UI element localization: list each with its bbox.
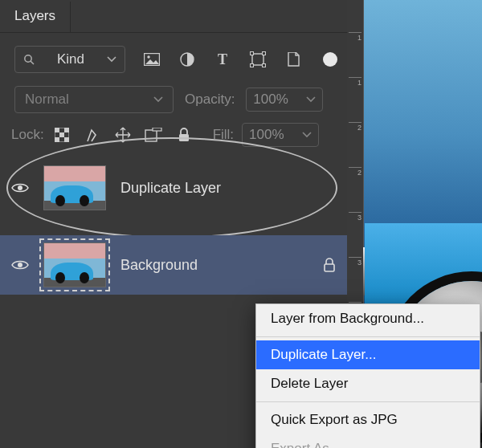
smartobject-icon[interactable]: [284, 51, 302, 68]
type-icon[interactable]: T: [214, 51, 231, 68]
fill-field[interactable]: 100%: [242, 123, 318, 147]
svg-rect-13: [59, 132, 64, 137]
layer-row[interactable]: Background: [0, 235, 347, 295]
svg-rect-12: [64, 128, 69, 132]
visibility-icon[interactable]: [11, 259, 29, 271]
chevron-down-icon: [302, 132, 312, 138]
opacity-value: 100%: [253, 92, 288, 108]
lock-all-icon[interactable]: [174, 125, 194, 145]
lock-fill-row: Lock: Fill: 100%: [0, 118, 347, 158]
svg-point-20: [18, 263, 22, 267]
layer-filter-dropdown[interactable]: Kind: [14, 46, 125, 73]
lock-pixels-icon[interactable]: [83, 125, 102, 145]
layer-row[interactable]: Duplicate Layer: [0, 158, 347, 218]
image-icon[interactable]: [143, 51, 161, 68]
ruler-tick: 3: [349, 257, 362, 267]
svg-rect-17: [153, 128, 161, 131]
lock-position-icon[interactable]: [113, 125, 133, 145]
blend-mode-dropdown[interactable]: Normal: [14, 86, 174, 113]
chevron-down-icon: [153, 96, 163, 103]
filter-row: Kind T: [0, 33, 347, 81]
blend-opacity-row: Normal Opacity: 100%: [0, 81, 347, 118]
chevron-down-icon: [107, 56, 116, 63]
svg-rect-5: [252, 54, 263, 65]
svg-rect-21: [325, 264, 334, 271]
layer-name[interactable]: Background: [120, 257, 198, 274]
svg-rect-11: [55, 128, 59, 132]
ruler-tick: 3: [349, 212, 362, 222]
ruler-tick: 1: [349, 77, 362, 87]
lock-icons: [52, 125, 194, 145]
chevron-down-icon: [306, 96, 316, 103]
adjustment-icon[interactable]: [178, 51, 196, 68]
layer-thumbnail[interactable]: [43, 242, 106, 287]
menu-separator: [256, 336, 480, 337]
svg-point-0: [25, 55, 31, 62]
filter-toggle[interactable]: [323, 52, 337, 67]
fill-value: 100%: [249, 127, 284, 143]
layer-thumbnail[interactable]: [43, 165, 106, 210]
menu-export-as[interactable]: Export As...: [256, 434, 480, 448]
menu-quick-export[interactable]: Quick Export as JPG: [256, 405, 480, 434]
svg-rect-15: [64, 137, 69, 142]
opacity-field[interactable]: 100%: [246, 88, 322, 112]
ruler-tick: 2: [349, 122, 362, 132]
menu-layer-from-background[interactable]: Layer from Background...: [256, 304, 480, 333]
ruler-tick: 2: [349, 167, 362, 177]
svg-rect-18: [179, 134, 189, 141]
lock-transparency-icon[interactable]: [52, 125, 71, 145]
svg-rect-16: [145, 130, 157, 141]
visibility-icon[interactable]: [11, 181, 29, 194]
tab-layers[interactable]: Layers: [0, 2, 71, 32]
menu-duplicate-layer[interactable]: Duplicate Layer...: [256, 340, 480, 369]
layer-context-menu: Layer from Background... Duplicate Layer…: [255, 303, 480, 448]
svg-rect-8: [251, 64, 254, 67]
svg-line-1: [31, 61, 34, 64]
lock-artboard-icon[interactable]: [144, 125, 163, 145]
svg-rect-9: [263, 64, 266, 67]
lock-label: Lock:: [11, 127, 44, 143]
ruler-tick: 1: [349, 32, 362, 42]
fill-label: Fill:: [213, 127, 234, 143]
shape-icon[interactable]: [249, 51, 267, 68]
menu-delete-layer[interactable]: Delete Layer: [256, 369, 480, 398]
lock-icon[interactable]: [323, 258, 336, 272]
svg-rect-7: [263, 52, 266, 55]
search-icon: [23, 54, 35, 65]
svg-rect-14: [55, 137, 59, 142]
filter-type-icons: T: [143, 51, 337, 68]
filter-label: Kind: [57, 51, 84, 67]
blend-mode-label: Normal: [25, 92, 69, 108]
menu-separator: [256, 401, 480, 402]
svg-point-3: [147, 55, 149, 58]
svg-rect-6: [251, 52, 254, 55]
panel-tabbar: Layers: [0, 0, 347, 33]
svg-point-19: [18, 185, 22, 190]
opacity-label: Opacity:: [185, 92, 235, 108]
layer-name[interactable]: Duplicate Layer: [120, 180, 221, 197]
